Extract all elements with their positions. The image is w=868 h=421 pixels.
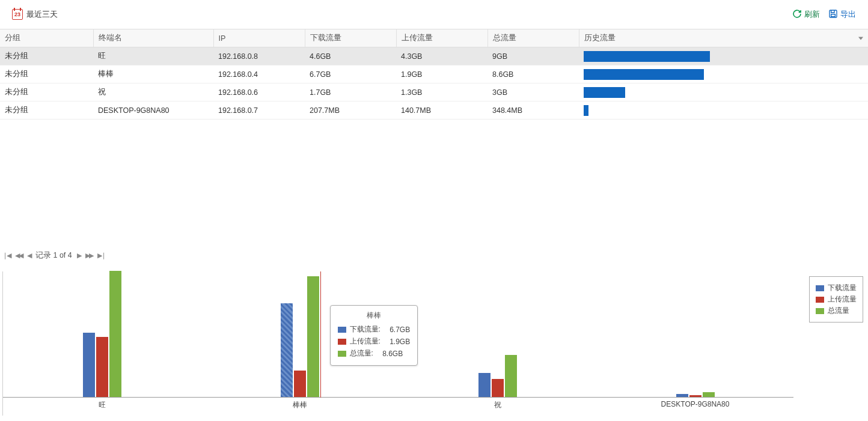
cell-group: 未分组 (0, 47, 93, 65)
chart-bar-group[interactable] (474, 355, 522, 397)
pager-next[interactable]: ▶ (77, 252, 81, 259)
chart-legend: 下载流量 上传流量 总流量 (809, 276, 863, 323)
chart-bar[interactable] (96, 337, 108, 397)
chart-x-label: 旺 (99, 400, 106, 410)
cell-download: 4.6GB (305, 47, 396, 65)
tooltip-title: 棒棒 (338, 310, 411, 321)
legend-total[interactable]: 总流量 (816, 306, 857, 316)
table-header-row: 分组 终端名 IP 下载流量 上传流量 总流量 历史流量 (0, 29, 868, 47)
cell-ip: 192.168.0.4 (213, 65, 305, 83)
chart-x-label: 祝 (494, 400, 501, 410)
tooltip-row: 上传流量: 1.9GB (338, 336, 411, 347)
col-history[interactable]: 历史流量 (579, 29, 868, 47)
cell-download: 1.7GB (305, 83, 396, 101)
chart-x-label: 棒棒 (293, 400, 307, 410)
chart-bar[interactable] (294, 371, 306, 397)
history-bar (584, 87, 625, 98)
refresh-button[interactable]: 刷新 (792, 9, 820, 20)
swatch-icon (816, 308, 824, 314)
cell-download: 6.7GB (305, 65, 396, 83)
chart-bar[interactable] (307, 276, 319, 397)
toolbar: 23 最近三天 刷新 导出 (0, 0, 868, 29)
chart-bar-group[interactable] (78, 271, 126, 397)
cell-name: DESKTOP-9G8NA80 (93, 101, 213, 120)
tooltip-row: 下载流量: 6.7GB (338, 324, 411, 335)
pager-prev[interactable]: ◀ (27, 252, 31, 259)
refresh-icon (792, 9, 802, 20)
cell-upload: 1.3GB (396, 83, 487, 101)
col-group[interactable]: 分组 (0, 29, 93, 47)
export-button[interactable]: 导出 (828, 9, 856, 20)
pager-last[interactable]: ▶❘ (97, 252, 105, 259)
chart-x-label: DESKTOP-9G8NA80 (661, 400, 730, 408)
swatch-icon (338, 339, 346, 345)
history-bar (584, 51, 710, 62)
chart-tooltip: 棒棒下载流量: 6.7GB上传流量: 1.9GB总流量: 8.6GB (330, 305, 418, 366)
col-ip[interactable]: IP (213, 29, 305, 47)
table-row[interactable]: 未分组DESKTOP-9G8NA80192.168.0.7207.7MB140.… (0, 101, 868, 120)
cell-history (579, 101, 868, 120)
cell-upload: 140.7MB (396, 101, 487, 120)
chart-bar[interactable] (703, 392, 715, 397)
table-row[interactable]: 未分组棒棒192.168.0.46.7GB1.9GB8.6GB (0, 65, 868, 83)
swatch-icon (816, 297, 824, 303)
swatch-icon (816, 285, 824, 291)
swatch-icon (338, 327, 346, 333)
save-icon (828, 9, 838, 20)
cell-name: 旺 (93, 47, 213, 65)
chart-bar[interactable] (492, 379, 504, 397)
cell-upload: 1.9GB (396, 65, 487, 83)
cell-history (579, 83, 868, 101)
col-name[interactable]: 终端名 (93, 29, 213, 47)
cell-name: 棒棒 (93, 65, 213, 83)
pager-prev-page[interactable]: ◀◀ (15, 252, 22, 259)
chart-bar[interactable] (505, 355, 517, 397)
chart-bar[interactable] (689, 395, 701, 397)
col-total[interactable]: 总流量 (487, 29, 579, 47)
chart-bar[interactable] (676, 394, 688, 397)
chart-bar[interactable] (478, 373, 491, 397)
cell-history (579, 47, 868, 65)
cell-ip: 192.168.0.7 (213, 101, 305, 120)
date-range-label: 最近三天 (26, 9, 58, 20)
cell-total: 3GB (487, 83, 579, 101)
chart-bar-group[interactable] (276, 276, 324, 397)
cell-ip: 192.168.0.6 (213, 83, 305, 101)
calendar-day: 23 (13, 11, 22, 17)
chart-bar[interactable] (109, 271, 121, 397)
pager-label: 记录 1 of 4 (35, 250, 72, 261)
pager: ❘◀ ◀◀ ◀ 记录 1 of 4 ▶ ▶▶ ▶❘ (0, 246, 868, 267)
history-bar (584, 105, 588, 116)
svg-rect-1 (831, 14, 836, 16)
chart-bar[interactable] (281, 303, 293, 397)
table-row[interactable]: 未分组旺192.168.0.84.6GB4.3GB9GB (0, 47, 868, 65)
sort-caret-icon (858, 37, 863, 40)
cell-history (579, 65, 868, 83)
col-download[interactable]: 下载流量 (305, 29, 396, 47)
date-range-selector[interactable]: 23 最近三天 (12, 9, 58, 20)
cell-total: 348.4MB (487, 101, 579, 120)
export-label: 导出 (840, 9, 856, 20)
chart-hover-line (320, 271, 321, 398)
pager-next-page[interactable]: ▶▶ (85, 252, 93, 259)
col-upload[interactable]: 上传流量 (396, 29, 487, 47)
table-row[interactable]: 未分组祝192.168.0.61.7GB1.3GB3GB (0, 83, 868, 101)
refresh-label: 刷新 (804, 9, 820, 20)
traffic-chart: 旺棒棒祝DESKTOP-9G8NA80 下载流量 上传流量 总流量 棒棒下载流量… (2, 271, 866, 416)
legend-upload[interactable]: 上传流量 (816, 294, 857, 304)
cell-group: 未分组 (0, 65, 93, 83)
tooltip-row: 总流量: 8.6GB (338, 348, 411, 359)
chart-bar[interactable] (83, 333, 95, 397)
cell-total: 8.6GB (487, 65, 579, 83)
cell-download: 207.7MB (305, 101, 396, 120)
cell-total: 9GB (487, 47, 579, 65)
pager-first[interactable]: ❘◀ (2, 252, 10, 259)
cell-upload: 4.3GB (396, 47, 487, 65)
legend-download[interactable]: 下载流量 (816, 283, 857, 293)
swatch-icon (338, 351, 346, 357)
cell-ip: 192.168.0.8 (213, 47, 305, 65)
cell-group: 未分组 (0, 101, 93, 120)
cell-name: 祝 (93, 83, 213, 101)
chart-bar-group[interactable] (671, 392, 720, 397)
traffic-table: 分组 终端名 IP 下载流量 上传流量 总流量 历史流量 未分组旺192.168… (0, 29, 868, 120)
